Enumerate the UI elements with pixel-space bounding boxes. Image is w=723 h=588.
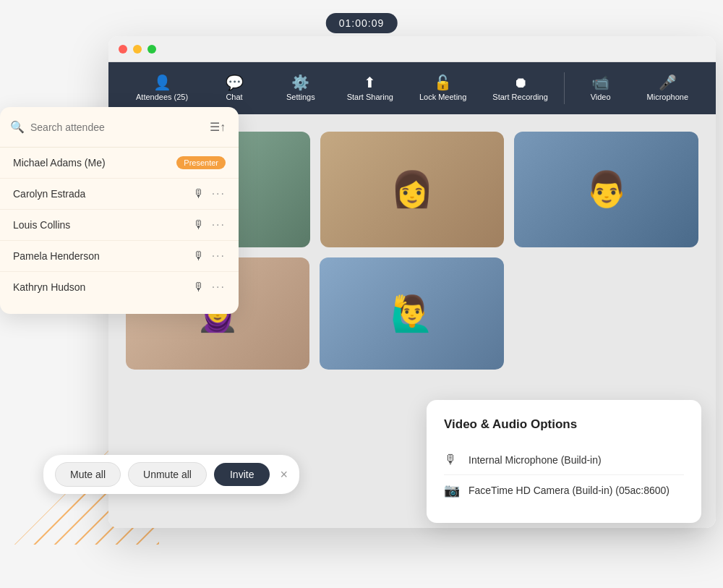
video-tile-3: 👨 [514, 132, 698, 247]
attendees-icon: 👤 [153, 75, 171, 90]
attendee-row-kathryn: Kathryn Hudson 🎙 ··· [0, 272, 239, 302]
camera-option-label: FaceTime HD Camera (Build-in) (05ac:8600… [469, 485, 669, 496]
mute-all-button[interactable]: Mute all [55, 462, 121, 487]
more-icon-pamela[interactable]: ··· [212, 250, 226, 263]
toolbar-start-sharing[interactable]: ⬆ Start Sharing [334, 69, 406, 107]
attendee-row-louis: Louis Collins 🎙 ··· [0, 210, 239, 241]
attendee-name: Kathryn Hudson [13, 281, 193, 293]
window-chrome [108, 36, 716, 62]
attendee-name: Michael Adams (Me) [13, 157, 171, 169]
unmute-all-button[interactable]: Unmute all [128, 462, 207, 487]
audio-option-camera[interactable]: 📷 FaceTime HD Camera (Build-in) (05ac:86… [444, 475, 684, 506]
sort-icon: ☰↑ [210, 121, 226, 133]
close-action-bar-button[interactable]: × [280, 467, 288, 482]
record-icon: ⏺ [513, 75, 528, 90]
person-avatar-2: 👩 [320, 132, 505, 247]
toolbar-chat[interactable]: 💬 Chat [201, 69, 268, 107]
lock-icon: 🔓 [434, 75, 452, 90]
video-icon: 📹 [591, 75, 609, 90]
attendee-row-pamela: Pamela Henderson 🎙 ··· [0, 241, 239, 272]
sort-button[interactable]: ☰↑ [207, 117, 228, 137]
fullscreen-button[interactable] [147, 45, 156, 54]
lock-meeting-label: Lock Meeting [419, 93, 466, 101]
start-recording-label: Start Recording [492, 93, 547, 101]
toolbar-microphone[interactable]: 🎤 Microphone [634, 69, 701, 107]
video-label: Video [591, 93, 611, 101]
video-tile-5: 🙋‍♂️ [320, 257, 503, 370]
attendees-panel: 🔍 ☰↑ Michael Adams (Me) Presenter Caroly… [0, 107, 239, 314]
start-sharing-label: Start Sharing [347, 93, 393, 101]
more-icon-louis[interactable]: ··· [212, 218, 226, 231]
mic-icon: 🎤 [659, 75, 677, 90]
mic-icon-pamela[interactable]: 🎙 [193, 250, 205, 263]
video-tile-2: 👩 [320, 132, 505, 247]
meeting-timer: 01:00:09 [326, 13, 398, 33]
attendee-row-michael: Michael Adams (Me) Presenter [0, 148, 239, 179]
minimize-button[interactable] [133, 45, 142, 54]
more-icon-carolyn[interactable]: ··· [212, 187, 226, 200]
settings-label: Settings [286, 93, 315, 101]
presenter-badge: Presenter [176, 156, 226, 169]
search-bar: 🔍 ☰↑ [0, 107, 239, 148]
attendees-label: Attendees (25) [136, 93, 188, 101]
audio-options-popup: Video & Audio Options 🎙 Internal Microph… [427, 400, 701, 523]
close-button[interactable] [119, 45, 127, 54]
audio-options-title: Video & Audio Options [444, 417, 684, 432]
toolbar-divider [564, 72, 565, 104]
search-attendee-input[interactable] [30, 122, 201, 133]
search-icon: 🔍 [10, 120, 25, 134]
audio-option-microphone[interactable]: 🎙 Internal Microphone (Build-in) [444, 445, 684, 475]
microphone-option-icon: 🎙 [444, 452, 460, 467]
invite-button[interactable]: Invite [214, 463, 270, 486]
camera-option-icon: 📷 [444, 482, 460, 498]
attendee-name: Carolyn Estrada [13, 188, 193, 200]
toolbar-settings[interactable]: ⚙️ Settings [268, 69, 334, 107]
chat-label: Chat [226, 93, 242, 101]
search-input-wrap: 🔍 [10, 120, 201, 134]
toolbar-start-recording[interactable]: ⏺ Start Recording [479, 69, 560, 107]
person-avatar-3: 👨 [514, 132, 698, 247]
more-icon-kathryn[interactable]: ··· [212, 281, 226, 294]
toolbar-video[interactable]: 📹 Video [568, 69, 634, 107]
person-avatar-5: 🙋‍♂️ [320, 257, 503, 370]
microphone-label: Microphone [647, 93, 688, 101]
attendee-name: Louis Collins [13, 219, 193, 231]
toolbar-attendees[interactable]: 👤 Attendees (25) [123, 69, 201, 107]
mic-icon-carolyn[interactable]: 🎙 [193, 187, 205, 200]
mic-icon-kathryn[interactable]: 🎙 [193, 281, 205, 294]
attendee-name: Pamela Henderson [13, 250, 193, 262]
attendee-row-carolyn: Carolyn Estrada 🎙 ··· [0, 179, 239, 210]
chat-icon: 💬 [226, 75, 244, 90]
microphone-option-label: Internal Microphone (Build-in) [469, 454, 602, 466]
share-icon: ⬆ [364, 75, 376, 90]
mic-icon-louis[interactable]: 🎙 [193, 218, 205, 231]
action-bar: Mute all Unmute all Invite × [43, 455, 299, 494]
settings-icon: ⚙️ [291, 75, 309, 90]
toolbar-lock-meeting[interactable]: 🔓 Lock Meeting [406, 69, 479, 107]
